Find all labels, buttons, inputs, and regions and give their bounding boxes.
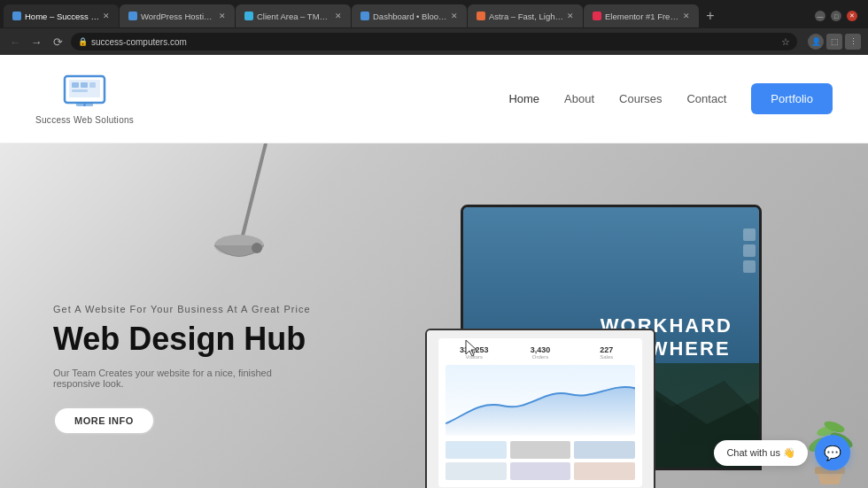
tab-4[interactable]: Dashboard • Bloomee... ✕ [352,4,467,27]
logo-text: Success Web Solutions [35,115,134,125]
laptop-content: 336,253 Visitors 3,430 Orders 227 Sales [438,338,642,486]
chat-label: Chat with us 👋 [726,447,795,459]
extensions-icon[interactable]: ⬚ [826,34,842,50]
bookmark-icon[interactable]: ☆ [781,36,790,48]
hero-tagline: Get A Website For Your Business At A Gre… [53,304,311,314]
stat-value-2: 3,430 [512,345,570,354]
maximize-button[interactable]: □ [831,11,841,21]
tab-favicon-4 [360,12,369,20]
nav-home[interactable]: Home [508,92,539,105]
address-text: success-computers.com [91,37,187,47]
tab-label-6: Elementor #1 Free We... [605,12,679,21]
tab-label-1: Home – Success Web S... [25,12,99,21]
hero-section: WORKHARD ANYWHERE [0,143,868,488]
svg-rect-5 [81,82,88,88]
stat-label-3: Sales [577,354,635,360]
tab-close-5[interactable]: ✕ [567,12,574,20]
lock-icon: 🔒 [78,37,88,46]
svg-rect-7 [72,89,88,92]
site-nav: Home About Courses Contact Portfolio [508,83,833,114]
chat-icon: 💬 [824,445,841,461]
browser-chrome: Home – Success Web S... ✕ WordPress Host… [0,0,868,55]
forward-button[interactable]: → [28,35,44,49]
laptop: 336,253 Visitors 3,430 Orders 227 Sales [425,329,655,488]
close-button[interactable]: ✕ [847,11,857,21]
tab-favicon-2 [128,12,137,20]
stat-value-3: 227 [577,345,635,354]
menu-icon[interactable]: ⋮ [845,34,861,50]
tab-close-6[interactable]: ✕ [683,12,690,20]
svg-rect-6 [89,82,96,88]
reload-button[interactable]: ⟳ [50,35,66,49]
tab-label-5: Astra – Fast, Lightweig... [489,12,563,21]
laptop-thumbnail-grid [446,441,635,480]
tab-favicon-1 [12,12,21,20]
chart-svg [446,365,635,435]
laptop-screen: 336,253 Visitors 3,430 Orders 227 Sales [427,330,654,488]
logo-icon [60,73,109,112]
address-bar[interactable]: 🔒 success-computers.com ☆ [71,33,797,50]
website-content: Success Web Solutions Home About Courses… [0,55,868,488]
tab-favicon-6 [593,12,601,20]
tab-6[interactable]: Elementor #1 Free We... ✕ [584,4,699,27]
tab-1[interactable]: Home – Success Web S... ✕ [4,4,119,27]
grid-item-1 [446,441,507,459]
tab-close-2[interactable]: ✕ [219,12,226,20]
laptop-chart [446,365,635,435]
grid-item-3 [574,441,635,459]
chat-bubble: Chat with us 👋 [714,440,808,466]
tab-close-1[interactable]: ✕ [103,12,110,20]
tab-5[interactable]: Astra – Fast, Lightweig... ✕ [468,4,583,27]
monitor-icon-3 [743,260,756,273]
browser-actions: 👤 ⬚ ⋮ [808,34,861,50]
new-tab-button[interactable]: + [700,5,721,27]
tab-bar: Home – Success Web S... ✕ WordPress Host… [0,0,868,28]
grid-item-5 [510,462,571,480]
tab-label-3: Client Area – TMDHost... [257,12,331,21]
back-button[interactable]: ← [7,35,23,49]
grid-item-2 [510,441,571,459]
logo-area: Success Web Solutions [35,73,134,125]
tab-2[interactable]: WordPress Hosting | Tu... ✕ [120,4,235,27]
hero-title: Web Design Hub [53,321,311,357]
tab-label-4: Dashboard • Bloomee... [373,12,447,21]
nav-bar: ← → ⟳ 🔒 success-computers.com ☆ 👤 ⬚ ⋮ [0,28,868,55]
profile-icon[interactable]: 👤 [808,34,824,50]
nav-courses[interactable]: Courses [619,92,662,105]
monitor-sidebar-icons [740,225,759,276]
tab-close-4[interactable]: ✕ [451,12,458,20]
tab-close-3[interactable]: ✕ [335,12,342,20]
chat-widget[interactable]: Chat with us 👋 💬 [714,435,850,470]
stat-box-2: 3,430 Orders [512,345,570,360]
tab-favicon-3 [244,12,253,20]
stat-label-1: Visitors [446,354,503,360]
laptop-stats-row: 336,253 Visitors 3,430 Orders 227 Sales [446,345,635,360]
portfolio-button[interactable]: Portfolio [751,83,833,114]
stat-box-3: 227 Sales [577,345,635,360]
site-header: Success Web Solutions Home About Courses… [0,55,868,143]
monitor-icon-2 [743,244,756,257]
minimize-button[interactable]: — [815,11,825,21]
grid-item-4 [446,462,507,480]
tab-favicon-5 [477,12,485,20]
tab-3[interactable]: Client Area – TMDHost... ✕ [236,4,351,27]
tab-label-2: WordPress Hosting | Tu... [141,12,215,21]
monitor-icon-1 [743,229,756,241]
nav-contact[interactable]: Contact [686,92,726,105]
more-info-button[interactable]: MORE INFO [53,407,155,435]
grid-item-6 [574,462,635,480]
svg-rect-4 [72,82,79,88]
stat-box-1: 336,253 Visitors [446,345,503,360]
chat-button[interactable]: 💬 [815,435,850,470]
hero-content: Get A Website For Your Business At A Gre… [53,304,311,435]
nav-about[interactable]: About [564,92,594,105]
stat-label-2: Orders [512,354,570,360]
stat-value-1: 336,253 [446,345,503,354]
hero-subtitle: Our Team Creates your website for a nice… [53,368,301,389]
